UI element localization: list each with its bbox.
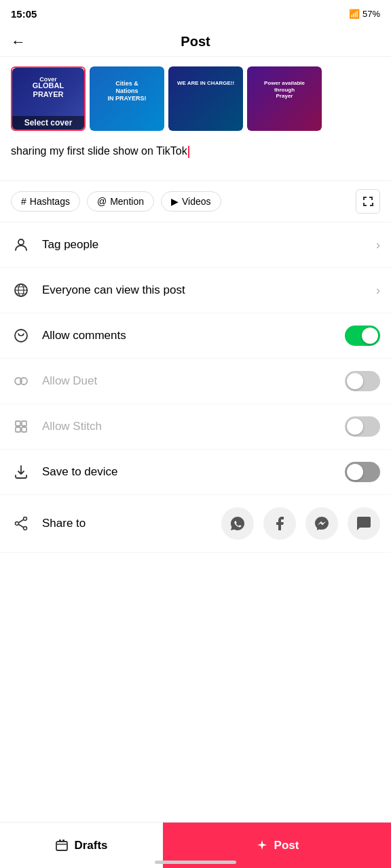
cover-thumb-3[interactable]: WE ARE IN CHARGE!! [168,66,243,131]
tag-people-row[interactable]: Tag people › [0,222,391,268]
allow-comments-row[interactable]: Allow comments [0,313,391,359]
save-icon [11,462,31,482]
share-to-row[interactable]: Share to [0,495,391,553]
tag-bar: # Hashtags @ Mention ▶ Videos [0,181,391,222]
videos-button[interactable]: ▶ Videos [161,191,221,212]
share-to-label: Share to [42,517,210,530]
svg-rect-11 [16,421,20,426]
toggle-knob-save [347,464,363,480]
allow-stitch-row[interactable]: Allow Stitch [0,404,391,450]
save-to-device-label: Save to device [42,465,334,479]
status-right: 📶 57% [349,9,380,19]
tag-people-icon [11,235,31,255]
cover-thumb-1[interactable]: Cover GLOBALPRAYER Select cover [11,66,86,131]
facebook-icon[interactable] [263,507,296,540]
status-time: 15:05 [11,8,37,20]
cover-big-text-1: GLOBALPRAYER [14,81,83,99]
drafts-button[interactable]: Drafts [0,823,163,868]
svg-point-17 [24,527,27,530]
messenger-icon[interactable] [305,507,338,540]
allow-duet-label: Allow Duet [42,374,334,388]
view-privacy-arrow: › [376,283,380,298]
allow-comments-label: Allow comments [42,329,334,342]
mention-label: Mention [110,196,144,207]
sparkle-icon [255,839,269,852]
cover-thumb-4[interactable]: Power availablethroughPrayer [247,66,322,131]
post-label: Post [274,839,299,852]
text-cursor [188,146,189,158]
tag-people-arrow: › [376,238,380,252]
cover-thumb-2[interactable]: Cities &NationsIN PRAYERS! [90,66,164,131]
cover-section: Cover GLOBALPRAYER Select cover Cities &… [0,57,391,140]
hashtag-button[interactable]: # Hashtags [11,191,80,212]
save-to-device-row[interactable]: Save to device [0,450,391,495]
signal-icon: 📶 [349,9,360,19]
status-bar: 15:05 📶 57% [0,0,391,27]
svg-rect-21 [59,840,61,842]
hashtag-label: Hashtags [30,196,70,207]
svg-rect-14 [22,427,26,432]
drafts-icon [55,839,69,852]
svg-point-8 [22,334,24,336]
duet-icon [11,371,31,391]
svg-point-15 [24,517,27,521]
mention-button[interactable]: @ Mention [87,191,154,212]
allow-stitch-label: Allow Stitch [42,420,334,433]
caption-text: sharing my first slide show on TikTok [11,145,187,157]
toggle-knob [362,328,378,344]
globe-icon [11,280,31,300]
caption-input[interactable]: sharing my first slide show on TikTok [0,140,391,181]
svg-point-7 [18,334,20,336]
drafts-label: Drafts [74,839,107,852]
share-icons-group [221,507,380,540]
svg-rect-13 [16,427,20,432]
message-icon[interactable] [348,507,380,540]
battery-text: 57% [362,9,380,19]
comments-icon [11,326,31,346]
whatsapp-icon[interactable] [221,507,254,540]
hashtag-icon: # [21,196,26,207]
save-device-toggle[interactable] [345,462,380,482]
expand-button[interactable] [356,189,380,214]
cover-big-text-3: WE ARE IN CHARGE!! [170,80,242,87]
expand-icon [362,195,374,208]
stitch-icon [11,416,31,437]
svg-point-16 [16,522,19,526]
svg-point-0 [18,239,24,245]
svg-line-18 [18,519,23,522]
at-icon: @ [97,196,107,207]
home-indicator [155,861,236,864]
allow-comments-toggle[interactable] [345,326,380,346]
videos-label: Videos [182,196,211,207]
toggle-knob-duet [347,373,363,389]
view-privacy-row[interactable]: Everyone can view this post › [0,268,391,313]
share-icon [11,513,31,534]
page-title: Post [181,34,210,50]
back-button[interactable]: ← [11,33,26,51]
toggle-knob-stitch [347,418,363,435]
tag-people-label: Tag people [42,238,365,252]
settings-list: Tag people › Everyone can view this post… [0,222,391,553]
allow-duet-toggle[interactable] [345,371,380,391]
cover-big-text-2: Cities &NationsIN PRAYERS! [91,80,163,102]
allow-stitch-toggle[interactable] [345,416,380,437]
cover-big-text-4: Power availablethroughPrayer [248,80,320,100]
play-icon: ▶ [171,196,179,207]
svg-line-19 [18,524,23,527]
svg-rect-12 [22,421,26,426]
svg-rect-22 [62,840,64,842]
header: ← Post [0,27,391,57]
select-cover-label: Select cover [12,116,84,130]
allow-duet-row[interactable]: Allow Duet [0,359,391,404]
view-privacy-label: Everyone can view this post [42,283,365,297]
svg-rect-20 [56,842,67,850]
